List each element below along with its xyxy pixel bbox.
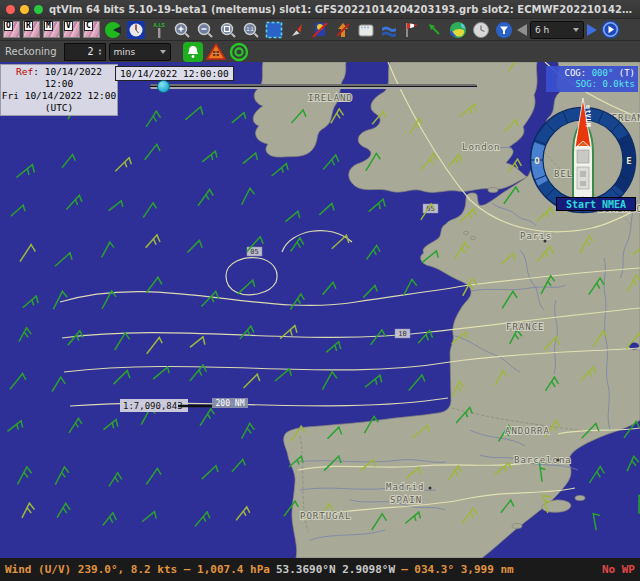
window-title: qtVlm 64 bits 5.10-19-beta1 (meltemus) s…	[49, 4, 634, 15]
start-nmea-button[interactable]: Start NMEA	[556, 197, 636, 211]
pacman-icon	[104, 21, 122, 39]
compass-west-label: O	[534, 156, 540, 166]
tides-button[interactable]	[379, 20, 399, 40]
reference-time-panel: Ref: 10/14/2022 12:00 Fri 10/14/2022 12:…	[0, 64, 118, 116]
minimize-window-button[interactable]	[20, 5, 29, 14]
timestep-select[interactable]: 6 h	[530, 21, 584, 39]
compass-east-label: E	[626, 156, 631, 166]
windsock-button[interactable]	[402, 20, 422, 40]
target-icon	[229, 42, 249, 62]
island-ibiza	[512, 524, 522, 529]
selection-zone-icon	[265, 21, 283, 39]
time-funnel-button[interactable]	[494, 20, 514, 40]
zoom-out-icon	[196, 21, 214, 39]
compass-needle-icon	[288, 21, 306, 39]
warning-triangle-icon	[206, 42, 226, 62]
label-madrid: Madrid	[386, 482, 425, 492]
alarm-bell-button[interactable]	[183, 42, 203, 62]
zoom-area-button[interactable]	[218, 20, 238, 40]
play-button[interactable]	[600, 20, 620, 40]
reckoning-toolbar: Reckoning 2 ▲▼ mins	[0, 40, 640, 62]
current-date: Fri 10/14/2022 12:00	[1, 90, 117, 102]
label-france: FRANCE	[506, 322, 545, 332]
target-button[interactable]	[229, 42, 249, 62]
waves-icon	[380, 21, 398, 39]
stepper-arrows-icon[interactable]: ▲▼	[96, 44, 105, 60]
map-canvas: 05 05 10 IRELAND London NETHERLANDS BELG…	[0, 62, 640, 558]
zoom-area-icon	[219, 21, 237, 39]
clock-button[interactable]	[471, 20, 491, 40]
next-timestep-button[interactable]	[587, 24, 597, 36]
zoom-in-icon	[173, 21, 191, 39]
wind-arrow-icon	[428, 23, 442, 37]
channel-island	[464, 231, 469, 235]
grib-slider-button[interactable]	[103, 20, 123, 40]
chevron-down-icon	[160, 50, 166, 54]
svg-text:05: 05	[250, 248, 258, 256]
gauge-icon	[127, 21, 145, 39]
timezone-label: (UTC)	[1, 102, 117, 114]
label-london: London	[462, 142, 501, 152]
isle-of-wight	[488, 188, 498, 193]
zoom-out-button[interactable]	[195, 20, 215, 40]
grib-zone-button[interactable]	[264, 20, 284, 40]
windsock-icon	[403, 21, 421, 39]
svg-text:A.I.S: A.I.S	[153, 22, 165, 28]
bell-icon	[183, 42, 203, 62]
ref-label: Ref	[16, 66, 33, 77]
zoom-one-to-one-button[interactable]: 1:1	[241, 20, 261, 40]
main-toolbar: O R M V C A.I.S 1:1 6 h	[0, 18, 640, 40]
scale-bar-label: 200 NM	[216, 399, 245, 408]
timeline-slider-knob[interactable]	[157, 80, 170, 93]
status-route: – 034.3° 3,999 nm	[401, 563, 514, 576]
reckoning-unit-select[interactable]: mins	[109, 43, 171, 61]
instruments-dial-button[interactable]	[126, 20, 146, 40]
label-paris: Paris	[520, 231, 552, 241]
chart-button-v[interactable]: V	[63, 21, 80, 38]
reckoning-label: Reckoning	[5, 46, 57, 57]
reckoning-stepper[interactable]: 2 ▲▼	[64, 43, 106, 61]
play-icon	[601, 20, 620, 39]
label-spain: SPAIN	[390, 495, 422, 505]
wind-arrow-button[interactable]	[425, 20, 445, 40]
poi-hide-button[interactable]	[310, 20, 330, 40]
label-portugal: PORTUGAL	[300, 511, 351, 521]
svg-text:10: 10	[398, 330, 406, 338]
note-card-icon	[357, 21, 375, 39]
traffic-lights	[6, 5, 43, 14]
label-andorra: ANDORRA	[505, 426, 550, 436]
island-menorca	[575, 496, 585, 501]
chart-button-c[interactable]: C	[83, 21, 100, 38]
ais-button[interactable]: A.I.S	[149, 20, 169, 40]
zoom-in-button[interactable]	[172, 20, 192, 40]
channel-island	[471, 236, 476, 240]
chart-button-r[interactable]: R	[23, 21, 40, 38]
close-window-button[interactable]	[6, 5, 15, 14]
chevron-down-icon	[573, 28, 579, 32]
boat-brand-label: qtVLM	[584, 105, 592, 127]
zoom-window-button[interactable]	[34, 5, 43, 14]
svg-text:1:1: 1:1	[247, 26, 254, 32]
title-bar: qtVlm 64 bits 5.10-19-beta1 (meltemus) s…	[0, 0, 640, 18]
chart-map[interactable]: 05 05 10 IRELAND London NETHERLANDS BELG…	[0, 62, 640, 558]
meteo-globe-button[interactable]	[448, 20, 468, 40]
label-barcelona: Barcelona	[514, 455, 572, 465]
chart-button-o[interactable]: O	[3, 21, 20, 38]
log-warning-button[interactable]	[206, 42, 226, 62]
timeline-slider-track[interactable]	[150, 84, 477, 89]
scale-ratio: 1:7,090,843	[123, 401, 183, 411]
poi-crossed-icon	[311, 21, 329, 39]
status-waypoint: No WP	[602, 563, 635, 576]
compass-needle-button[interactable]	[287, 20, 307, 40]
zoom-1-1-icon: 1:1	[242, 21, 260, 39]
status-bar: Wind (U/V) 239.0°, 8.2 kts – 1,007.4 hPa…	[0, 558, 640, 581]
chart-button-m[interactable]: M	[43, 21, 60, 38]
timeline-datetime-label: 10/14/2022 12:00:00	[115, 66, 234, 81]
status-position: 53.3690°N 2.9098°W	[276, 563, 395, 576]
status-wind: Wind (U/V) 239.0°, 8.2 kts – 1,007.4 hPa	[5, 563, 270, 576]
route-hide-button[interactable]	[333, 20, 353, 40]
clock-icon	[472, 21, 490, 39]
label-ireland: IRELAND	[308, 93, 353, 103]
notes-button[interactable]	[356, 20, 376, 40]
prev-timestep-button[interactable]	[517, 24, 527, 36]
